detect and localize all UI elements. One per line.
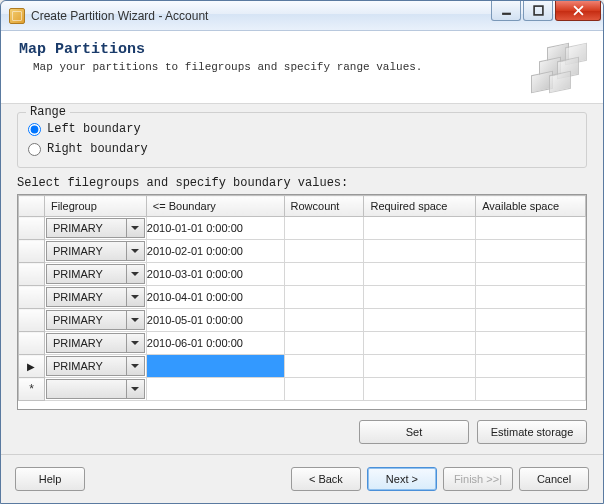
dropdown-icon[interactable] [127,287,145,307]
range-legend: Range [26,105,70,119]
table-row[interactable]: PRIMARY2010-03-01 0:00:00 [19,263,586,286]
dropdown-icon[interactable] [127,333,145,353]
boundary-cell[interactable]: 2010-05-01 0:00:00 [146,309,284,332]
filegroup-cell[interactable]: PRIMARY [44,286,146,309]
available-cell[interactable] [476,217,586,240]
table-row[interactable]: PRIMARY2010-06-01 0:00:00 [19,332,586,355]
available-cell[interactable] [476,240,586,263]
rowcount-cell[interactable] [284,355,364,378]
available-cell[interactable] [476,263,586,286]
svg-rect-0 [502,13,511,15]
row-marker [19,217,45,240]
row-marker [19,309,45,332]
available-cell[interactable] [476,286,586,309]
right-boundary-label: Right boundary [47,142,148,156]
help-button[interactable]: Help [15,467,85,491]
col-filegroup[interactable]: Filegroup [44,196,146,217]
dropdown-icon[interactable] [127,241,145,261]
content-area: Map Partitions Map your partitions to fi… [1,31,603,503]
dropdown-icon[interactable] [127,356,145,376]
required-cell[interactable] [364,309,476,332]
dropdown-icon[interactable] [127,379,145,399]
required-cell[interactable] [364,217,476,240]
filegroup-value: PRIMARY [46,218,127,238]
rowcount-cell[interactable] [284,240,364,263]
back-button[interactable]: < Back [291,467,361,491]
col-required-space[interactable]: Required space [364,196,476,217]
required-cell[interactable] [364,240,476,263]
grid-label: Select filegroups and specify boundary v… [17,176,587,190]
wizard-window: Create Partition Wizard - Account Map Pa… [0,0,604,504]
dropdown-icon[interactable] [127,218,145,238]
page-title: Map Partitions [19,41,529,58]
boundary-cell[interactable]: 2010-04-01 0:00:00 [146,286,284,309]
window-title: Create Partition Wizard - Account [31,9,491,23]
row-marker [19,332,45,355]
wizard-footer: Help < Back Next > Finish >>| Cancel [1,454,603,503]
boundary-cell[interactable]: 2010-03-01 0:00:00 [146,263,284,286]
partition-grid[interactable]: Filegroup <= Boundary Rowcount Required … [17,194,587,410]
filegroup-cell[interactable]: PRIMARY [44,263,146,286]
titlebar[interactable]: Create Partition Wizard - Account [1,1,603,31]
required-cell[interactable] [364,286,476,309]
boundary-cell[interactable] [146,355,284,378]
minimize-button[interactable] [491,1,521,21]
set-button[interactable]: Set [359,420,469,444]
required-cell[interactable] [364,263,476,286]
col-boundary[interactable]: <= Boundary [146,196,284,217]
maximize-button[interactable] [523,1,553,21]
dropdown-icon[interactable] [127,310,145,330]
boundary-cell[interactable]: 2010-02-01 0:00:00 [146,240,284,263]
col-available-space[interactable]: Available space [476,196,586,217]
rowcount-cell[interactable] [284,286,364,309]
col-rowcount[interactable]: Rowcount [284,196,364,217]
rowcount-cell[interactable] [284,378,364,401]
rowcount-cell[interactable] [284,217,364,240]
available-cell[interactable] [476,355,586,378]
available-cell[interactable] [476,378,586,401]
left-boundary-label: Left boundary [47,122,141,136]
wizard-header: Map Partitions Map your partitions to fi… [1,31,603,104]
right-boundary-input[interactable] [28,143,41,156]
required-cell[interactable] [364,378,476,401]
filegroup-cell[interactable]: PRIMARY [44,240,146,263]
app-icon [9,8,25,24]
table-row[interactable]: PRIMARY2010-02-01 0:00:00 [19,240,586,263]
estimate-storage-button[interactable]: Estimate storage [477,420,587,444]
wizard-body: Range Left boundary Right boundary Selec… [1,104,603,454]
table-row[interactable]: PRIMARY2010-05-01 0:00:00 [19,309,586,332]
filegroup-cell[interactable] [44,378,146,401]
cancel-button[interactable]: Cancel [519,467,589,491]
rowcount-cell[interactable] [284,263,364,286]
filegroup-value: PRIMARY [46,287,127,307]
left-boundary-radio[interactable]: Left boundary [28,119,576,139]
dropdown-icon[interactable] [127,264,145,284]
filegroup-cell[interactable]: PRIMARY [44,355,146,378]
available-cell[interactable] [476,332,586,355]
filegroup-cell[interactable]: PRIMARY [44,309,146,332]
rowcount-cell[interactable] [284,309,364,332]
table-row[interactable]: ▶PRIMARY [19,355,586,378]
left-boundary-input[interactable] [28,123,41,136]
close-button[interactable] [555,1,601,21]
next-button[interactable]: Next > [367,467,437,491]
right-boundary-radio[interactable]: Right boundary [28,139,576,159]
table-row[interactable]: PRIMARY2010-01-01 0:00:00 [19,217,586,240]
table-row[interactable]: PRIMARY2010-04-01 0:00:00 [19,286,586,309]
filegroup-value: PRIMARY [46,356,127,376]
table-row[interactable]: * [19,378,586,401]
available-cell[interactable] [476,309,586,332]
boundary-cell[interactable]: 2010-06-01 0:00:00 [146,332,284,355]
required-cell[interactable] [364,355,476,378]
boundary-cell[interactable] [146,378,284,401]
window-controls [491,1,603,30]
boundary-cell[interactable]: 2010-01-01 0:00:00 [146,217,284,240]
finish-button[interactable]: Finish >>| [443,467,513,491]
filegroup-cell[interactable]: PRIMARY [44,217,146,240]
filegroup-cell[interactable]: PRIMARY [44,332,146,355]
range-group: Range Left boundary Right boundary [17,112,587,168]
rowcount-cell[interactable] [284,332,364,355]
filegroup-value: PRIMARY [46,264,127,284]
row-header-corner [19,196,45,217]
required-cell[interactable] [364,332,476,355]
